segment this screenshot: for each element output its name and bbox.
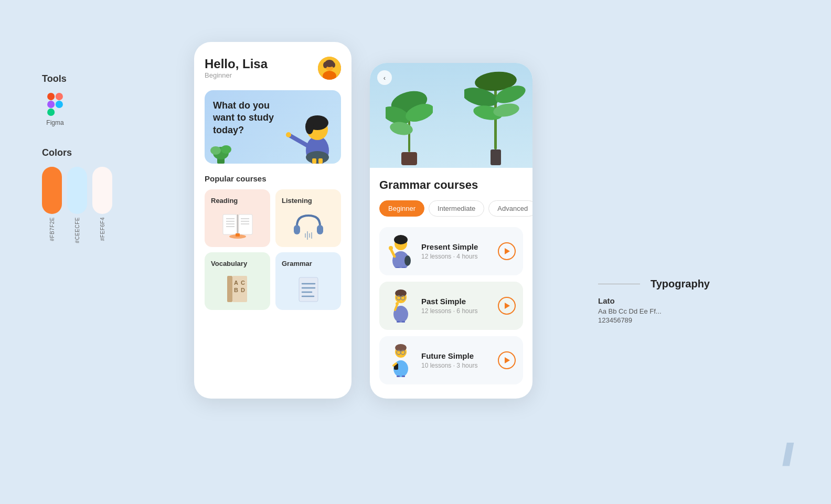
svg-rect-72 <box>396 267 400 268</box>
figure-present <box>387 234 415 268</box>
svg-text:A: A <box>234 280 238 286</box>
svg-rect-37 <box>317 225 323 234</box>
svg-rect-1 <box>56 93 63 100</box>
figure-past <box>387 289 415 323</box>
phone-1: Hello, Lisa Beginner What do you want to… <box>194 42 351 399</box>
plant-right <box>464 63 527 168</box>
greeting-text: Hello, Lisa <box>205 57 268 71</box>
svg-line-69 <box>391 249 395 256</box>
listening-title: Listening <box>282 197 335 205</box>
svg-point-9 <box>323 62 327 68</box>
svg-rect-3 <box>47 109 55 116</box>
play-button-present[interactable] <box>498 242 516 260</box>
svg-rect-2 <box>47 101 55 108</box>
svg-rect-48 <box>299 277 318 302</box>
svg-line-19 <box>289 135 307 145</box>
tab-beginner[interactable]: Beginner <box>379 200 424 217</box>
svg-rect-42 <box>227 276 232 302</box>
course-card-vocabulary[interactable]: Vocabulary A B C D <box>205 252 270 310</box>
svg-rect-36 <box>294 225 300 234</box>
play-icon-future <box>505 357 510 363</box>
svg-text:C: C <box>241 280 245 286</box>
swatch-blue-label: #CEECFE <box>74 217 80 243</box>
reading-icon <box>211 209 264 242</box>
svg-point-70 <box>389 246 393 250</box>
svg-rect-91 <box>397 376 400 377</box>
lesson-future-simple[interactable]: Future Simple 10 lessons · 3 hours <box>379 336 523 384</box>
svg-point-18 <box>305 120 314 134</box>
figma-icon <box>45 93 66 116</box>
typography-divider <box>598 284 640 285</box>
phone1-greeting: Hello, Lisa Beginner <box>205 57 268 79</box>
phone1-header: Hello, Lisa Beginner <box>205 57 341 80</box>
left-panel: Tools Figma Colors #FB7F2E #CEECFE <box>42 73 147 243</box>
filter-tabs: Beginner Intermediate Advanced <box>379 200 523 217</box>
svg-rect-22 <box>312 158 316 164</box>
svg-point-35 <box>229 234 246 239</box>
lesson-present-simple[interactable]: Present Simple 12 lessons · 4 hours <box>379 227 523 275</box>
svg-rect-23 <box>318 158 323 164</box>
level-text: Beginner <box>205 71 268 79</box>
grammar-card-icon <box>292 273 325 305</box>
phone-2: ‹ Grammar courses <box>370 63 532 399</box>
course-card-reading[interactable]: Reading <box>205 189 270 247</box>
svg-point-68 <box>394 235 408 244</box>
typography-title: Typography <box>651 278 710 290</box>
course-card-listening[interactable]: Listening <box>275 189 341 247</box>
color-swatches: #FB7F2E #CEECFE #FEF6F4 <box>42 167 147 243</box>
svg-rect-0 <box>47 93 55 100</box>
play-button-future[interactable] <box>498 351 516 369</box>
headphone-icon <box>292 210 325 242</box>
lesson-avatar-past <box>387 289 415 323</box>
lesson-info-present: Present Simple 12 lessons · 4 hours <box>421 242 492 260</box>
grammar-courses-title: Grammar courses <box>379 178 523 192</box>
typography-header: Typography <box>598 278 713 290</box>
tools-section: Tools Figma <box>42 73 147 126</box>
svg-rect-92 <box>402 376 405 377</box>
svg-rect-73 <box>402 267 406 268</box>
listening-icon <box>282 209 335 242</box>
figure-future <box>387 344 415 377</box>
grammar-title-card: Grammar <box>282 260 335 267</box>
vocab-icon: A B C D <box>221 273 254 305</box>
tab-intermediate[interactable]: Intermediate <box>429 200 484 217</box>
lesson-avatar-future <box>387 344 415 377</box>
swatch-cream-label: #FEF6F4 <box>100 217 105 241</box>
lesson-past-simple[interactable]: Past Simple 12 lessons · 6 hours <box>379 282 523 330</box>
svg-point-14 <box>221 145 231 154</box>
figma-label: Figma <box>46 119 63 126</box>
typography-font-name: Lato <box>598 296 713 305</box>
play-button-past[interactable] <box>498 297 516 315</box>
tools-title: Tools <box>42 73 147 84</box>
color-swatch-cream: #FEF6F4 <box>92 167 112 241</box>
plant-left <box>386 73 433 168</box>
swatch-orange-label: #FB7F2E <box>49 217 55 241</box>
banner-plant-left <box>208 127 234 164</box>
vocabulary-title: Vocabulary <box>211 260 264 267</box>
lesson-info-past: Past Simple 12 lessons · 6 hours <box>421 297 492 315</box>
typography-numbers: 123456789 <box>598 316 713 324</box>
color-swatch-blue: #CEECFE <box>67 167 87 243</box>
course-card-grammar[interactable]: Grammar <box>275 252 341 310</box>
avatar-illustration <box>318 57 341 80</box>
typography-section: Typography Lato Aa Bb Cc Dd Ee Ff... 123… <box>598 278 713 324</box>
courses-grid: Reading <box>205 189 341 310</box>
play-icon-past <box>505 303 510 309</box>
svg-point-86 <box>395 344 407 351</box>
svg-point-71 <box>404 255 411 266</box>
typography-sample: Aa Bb Cc Dd Ee Ff... <box>598 307 713 315</box>
svg-rect-59 <box>491 149 501 165</box>
svg-point-21 <box>306 151 329 164</box>
book-icon <box>221 210 254 242</box>
svg-point-78 <box>396 302 399 305</box>
svg-point-10 <box>332 62 335 68</box>
color-swatch-orange: #FB7F2E <box>42 167 62 241</box>
svg-rect-83 <box>402 321 405 323</box>
tab-advanced[interactable]: Advanced <box>488 200 532 217</box>
reading-title: Reading <box>211 197 264 205</box>
lesson-meta-future: 10 lessons · 3 hours <box>421 362 492 369</box>
swatch-cream-pill <box>92 167 112 214</box>
study-banner: What do you want to study today? <box>205 90 341 164</box>
svg-point-20 <box>286 132 291 137</box>
lesson-meta-past: 12 lessons · 6 hours <box>421 307 492 315</box>
